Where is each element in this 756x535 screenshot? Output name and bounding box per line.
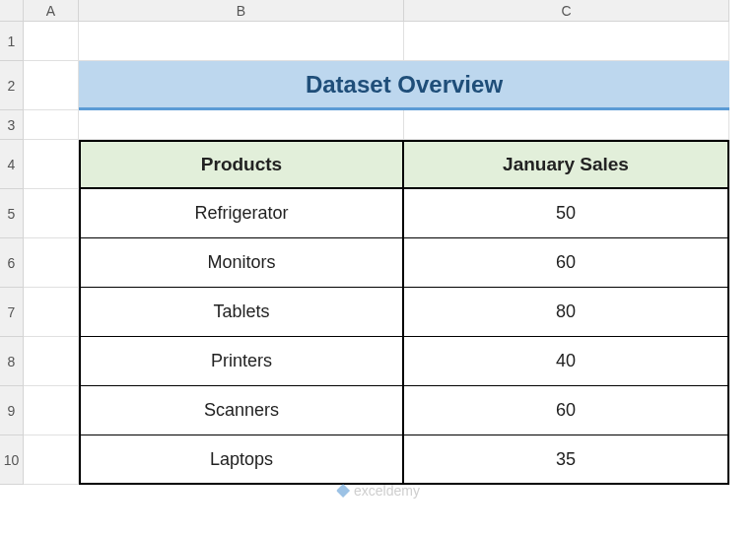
row-6: 6 Monitors 60 (0, 238, 756, 288)
cell-C3[interactable] (404, 110, 729, 140)
table-row[interactable]: 60 (404, 386, 729, 435)
row-header-3[interactable]: 3 (0, 110, 24, 140)
table-row[interactable]: Printers (79, 337, 404, 386)
column-header-A[interactable]: A (24, 0, 79, 22)
watermark-icon (336, 484, 350, 498)
row-10: 10 Laptops 35 (0, 435, 756, 485)
cell-A3[interactable] (24, 110, 79, 140)
table-row[interactable]: 80 (404, 288, 729, 337)
table-row[interactable]: Monitors (79, 238, 404, 288)
table-row[interactable]: Tablets (79, 288, 404, 337)
title-cell[interactable]: Dataset Overview (79, 61, 729, 110)
cell-A8[interactable] (24, 337, 79, 386)
column-header-C[interactable]: C (404, 0, 729, 22)
table-row[interactable]: Scanners (79, 386, 404, 435)
row-3: 3 (0, 110, 756, 140)
table-row[interactable]: Refrigerator (79, 189, 404, 238)
table-row[interactable]: 50 (404, 189, 729, 238)
column-headers: A B C (0, 0, 756, 22)
cell-A1[interactable] (24, 22, 79, 61)
table-row[interactable]: Laptops (79, 435, 404, 485)
header-products[interactable]: Products (79, 140, 404, 189)
row-header-7[interactable]: 7 (0, 288, 24, 337)
cell-A5[interactable] (24, 189, 79, 238)
cell-A9[interactable] (24, 386, 79, 435)
row-9: 9 Scanners 60 (0, 386, 756, 435)
cell-B3[interactable] (79, 110, 404, 140)
cell-A10[interactable] (24, 435, 79, 485)
row-2: 2 Dataset Overview (0, 61, 756, 110)
row-7: 7 Tablets 80 (0, 288, 756, 337)
row-header-2[interactable]: 2 (0, 61, 24, 110)
row-header-5[interactable]: 5 (0, 189, 24, 238)
cell-A4[interactable] (24, 140, 79, 189)
row-header-1[interactable]: 1 (0, 22, 24, 61)
row-5: 5 Refrigerator 50 (0, 189, 756, 238)
table-row[interactable]: 35 (404, 435, 729, 485)
spreadsheet-grid: A B C 1 2 Dataset Overview 3 4 Products … (0, 0, 756, 535)
cell-A7[interactable] (24, 288, 79, 337)
row-header-10[interactable]: 10 (0, 435, 24, 485)
row-4: 4 Products January Sales (0, 140, 756, 189)
row-header-4[interactable]: 4 (0, 140, 24, 189)
row-1: 1 (0, 22, 756, 61)
cell-C1[interactable] (404, 22, 729, 61)
row-8: 8 Printers 40 (0, 337, 756, 386)
table-row[interactable]: 40 (404, 337, 729, 386)
cell-A2[interactable] (24, 61, 79, 110)
watermark-text: exceldemy (354, 483, 420, 499)
cell-A6[interactable] (24, 238, 79, 288)
header-sales[interactable]: January Sales (404, 140, 729, 189)
row-header-9[interactable]: 9 (0, 386, 24, 435)
cell-B1[interactable] (79, 22, 404, 61)
column-header-B[interactable]: B (79, 0, 404, 22)
select-all-corner[interactable] (0, 0, 24, 22)
row-header-8[interactable]: 8 (0, 337, 24, 386)
table-row[interactable]: 60 (404, 238, 729, 288)
watermark: exceldemy (336, 483, 420, 499)
row-header-6[interactable]: 6 (0, 238, 24, 288)
